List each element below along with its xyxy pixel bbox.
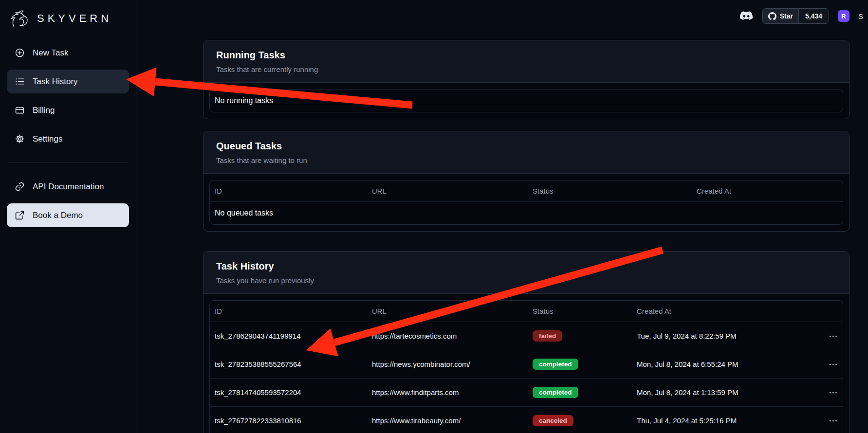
sidebar-item-api-documentation[interactable]: API Documentation [7,175,129,198]
sidebar-item-new-task[interactable]: New Task [7,41,129,65]
status-badge: completed [533,359,578,370]
row-actions-button[interactable]: ⋯ [824,330,843,342]
column-header-url: URL [372,301,533,322]
running-tasks-card: Running Tasks Tasks that are currently r… [203,40,850,119]
running-tasks-header: Running Tasks Tasks that are currently r… [203,40,849,83]
sidebar-item-label: Billing [33,106,55,115]
status-badge: completed [533,387,578,398]
topbar: Star 5,434 R S [136,0,868,32]
queued-tasks-card: Queued Tasks Tasks that are waiting to r… [203,131,850,232]
credit-card-icon [15,105,25,115]
task-id-cell: tsk_278147405593572204 [215,380,372,405]
user-name-fragment: S [858,12,863,20]
external-link-icon [15,210,25,220]
discord-icon [739,11,754,22]
queued-tasks-empty-state: No queued tasks [210,202,843,224]
github-star-button[interactable]: Star 5,434 [762,8,829,24]
column-header-status: Status [533,301,637,322]
star-label: Star [780,12,793,20]
status-badge: canceled [533,415,573,426]
task-id-cell: tsk_278235388555267564 [215,352,372,377]
sidebar: SKYVERN New Task Task History Billing [0,0,136,433]
sidebar-item-label: New Task [33,48,68,58]
task-row[interactable]: tsk_276727822333810816 https://www.tirab… [210,406,843,433]
logo[interactable]: SKYVERN [7,7,129,41]
sidebar-item-label: Settings [33,134,62,144]
list-icon [15,76,25,87]
link-icon [15,181,25,192]
task-history-table-header: ID URL Status Created At [210,301,843,322]
running-tasks-table: No running tasks [209,89,843,112]
task-url-cell: https://tartecosmetics.com [372,324,533,348]
task-row[interactable]: tsk_278629043741199914 https://tartecosm… [210,322,843,350]
task-created-cell: Thu, Jul 4, 2024 at 5:25:16 PM [637,408,812,433]
running-tasks-title: Running Tasks [216,50,836,61]
skyvern-logo-icon [10,9,33,28]
sidebar-item-label: Task History [33,77,78,87]
task-history-card: Task History Tasks you have run previous… [203,251,850,433]
task-history-title: Task History [216,261,836,272]
column-header-id: ID [215,180,372,201]
queued-tasks-table: ID URL Status Created At No queued tasks [209,180,843,225]
task-url-cell: https://www.finditparts.com [372,380,533,405]
row-actions-button[interactable]: ⋯ [824,359,843,370]
sidebar-item-task-history[interactable]: Task History [7,70,129,93]
task-url-cell: https://news.ycombinator.com/ [372,352,533,377]
github-icon [768,12,776,20]
column-header-status: Status [533,180,697,201]
sidebar-item-book-a-demo[interactable]: Book a Demo [7,203,129,227]
row-actions-button[interactable]: ⋯ [824,387,843,398]
task-history-table: ID URL Status Created At tsk_27862904374… [209,300,843,433]
task-row[interactable]: tsk_278235388555267564 https://news.ycom… [210,350,843,378]
task-row[interactable]: tsk_278147405593572204 https://www.findi… [210,378,843,406]
main-content: Running Tasks Tasks that are currently r… [136,0,868,433]
column-header-id: ID [215,301,372,322]
plus-circle-icon [15,48,25,58]
sidebar-item-settings[interactable]: Settings [7,127,129,151]
task-history-header: Task History Tasks you have run previous… [203,252,849,294]
task-id-cell: tsk_278629043741199914 [215,324,372,348]
column-header-created-at: Created At [637,301,812,322]
sidebar-divider [8,162,128,163]
status-badge: failed [533,330,562,342]
sidebar-item-label: API Documentation [33,182,104,192]
column-header-url: URL [372,180,533,201]
queued-tasks-subtitle: Tasks that are waiting to run [216,156,836,164]
task-created-cell: Mon, Jul 8, 2024 at 6:55:24 PM [637,352,812,377]
task-url-cell: https://www.tirabeauty.com/ [372,408,533,433]
task-history-subtitle: Tasks you have run previously [216,276,836,285]
discord-link[interactable] [739,11,754,22]
sidebar-nav: New Task Task History Billing Settings [7,41,129,227]
task-history-body: tsk_278629043741199914 https://tartecosm… [210,322,843,433]
user-avatar[interactable]: R [838,10,850,22]
column-header-created-at: Created At [697,180,843,201]
logo-text: SKYVERN [37,12,112,25]
task-id-cell: tsk_276727822333810816 [215,408,372,433]
running-tasks-subtitle: Tasks that are currently running [216,65,836,73]
queued-tasks-title: Queued Tasks [216,141,836,152]
github-star-label: Star [763,9,798,23]
sidebar-item-billing[interactable]: Billing [7,98,129,122]
queued-tasks-table-header: ID URL Status Created At [210,180,843,201]
sidebar-item-label: Book a Demo [33,211,83,220]
task-created-cell: Mon, Jul 8, 2024 at 1:13:59 PM [637,380,812,405]
column-header-actions [812,305,843,318]
github-star-count: 5,434 [798,9,829,23]
running-tasks-empty-state: No running tasks [210,90,843,112]
queued-tasks-header: Queued Tasks Tasks that are waiting to r… [203,131,849,174]
row-actions-button[interactable]: ⋯ [824,415,843,426]
gear-icon [15,134,25,144]
task-created-cell: Tue, Jul 9, 2024 at 8:22:59 PM [637,324,812,348]
